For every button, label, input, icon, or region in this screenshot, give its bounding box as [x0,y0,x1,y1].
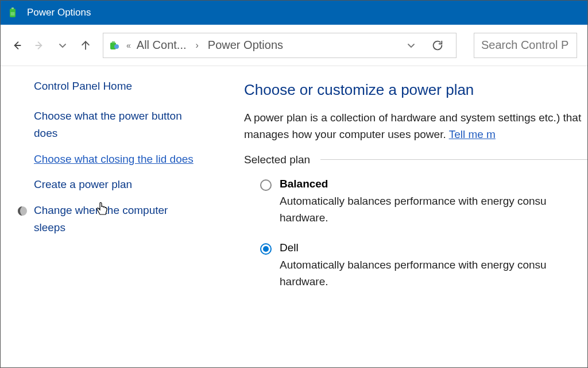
svg-point-8 [114,44,119,49]
sidebar-link-create-plan[interactable]: Create a power plan [34,176,197,193]
moon-icon [17,202,28,217]
back-button[interactable] [11,40,22,51]
plan-balanced-name[interactable]: Balanced [280,178,587,190]
address-bar: « All Cont... › Power Options [1,25,587,66]
control-panel-icon [109,40,121,51]
sidebar-title[interactable]: Control Panel Home [34,76,197,93]
tell-me-more-link[interactable]: Tell me m [449,128,496,140]
sidebar: Control Panel Home Choose what the power… [1,76,213,305]
titlebar: Power Options [1,1,587,25]
radio-dell[interactable] [260,243,272,255]
breadcrumb-current[interactable]: Power Options [208,39,283,52]
svg-rect-1 [11,7,14,9]
plan-balanced-desc: Automatically balances performance with … [280,193,587,227]
section-title: Selected plan [244,154,310,166]
forward-button[interactable] [34,40,45,51]
battery-icon [6,6,19,19]
page-description: A power plan is a collection of hardware… [244,109,587,143]
plan-dell-name[interactable]: Dell [280,241,587,254]
search-box[interactable] [474,33,577,58]
recent-locations-chevron[interactable] [57,40,68,51]
main-panel: Choose or customize a power plan A power… [213,76,587,305]
window-title: Power Options [27,7,91,18]
content: Control Panel Home Choose what the power… [1,66,587,305]
plan-balanced: Balanced Automatically balances performa… [244,178,587,227]
sidebar-link-power-button[interactable]: Choose what the power button does [34,108,197,143]
sidebar-link-closing-lid[interactable]: Choose what closing the lid does [34,151,197,168]
section-header: Selected plan [244,154,587,166]
plan-dell: Dell Automatically balances performance … [244,241,587,290]
breadcrumb-dropdown-chevron[interactable] [405,40,417,51]
breadcrumb[interactable]: « All Cont... › Power Options [103,33,457,58]
breadcrumb-root[interactable]: All Cont... [137,39,187,52]
breadcrumb-root-abbrev: « [126,41,131,50]
svg-rect-2 [11,12,15,16]
description-text: A power plan is a collection of hardware… [244,112,581,140]
up-button[interactable] [80,40,91,51]
chevron-right-icon[interactable]: › [192,40,202,51]
page-title: Choose or customize a power plan [244,81,587,99]
svg-rect-7 [112,41,115,43]
refresh-button[interactable] [425,33,450,58]
radio-balanced[interactable] [260,179,272,191]
plan-dell-desc: Automatically balances performance with … [280,256,587,290]
divider [320,159,587,160]
search-input[interactable] [481,39,570,52]
sidebar-link-sleep[interactable]: Change when the computer sleeps [34,202,197,237]
